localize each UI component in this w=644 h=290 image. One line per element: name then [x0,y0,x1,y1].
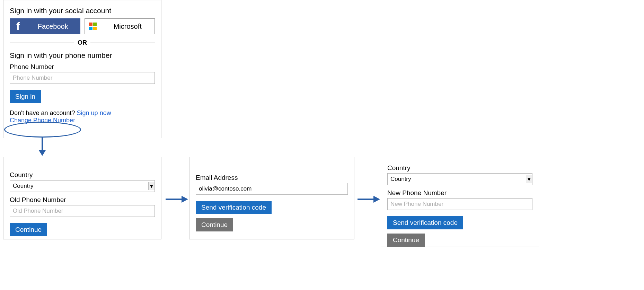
or-text: OR [78,39,87,46]
facebook-button[interactable]: f Facebook [10,18,80,34]
new-phone-input[interactable] [387,198,532,210]
or-divider: OR [10,39,155,46]
send-code-button[interactable]: Send verification code [196,201,272,214]
email-input[interactable] [196,183,348,195]
svg-marker-5 [373,196,380,203]
country-label: Country [10,171,155,179]
old-phone-label: Old Phone Number [10,196,155,204]
country-select[interactable]: Country ▾ [10,180,155,192]
phone-input[interactable] [10,72,155,84]
chevron-down-icon: ▾ [526,175,532,183]
social-heading: Sign in with your social account [10,7,155,15]
signin-panel: Sign in with your social account f Faceb… [3,0,161,138]
svg-marker-3 [182,196,188,203]
email-label: Email Address [196,174,348,182]
old-phone-input[interactable] [10,205,155,217]
continue-button-disabled[interactable]: Continue [387,234,425,247]
country-value: Country [390,176,411,183]
send-code-button[interactable]: Send verification code [387,216,463,229]
signup-row: Don't have an account? Sign up now [10,109,155,117]
new-phone-label: New Phone Number [387,189,532,197]
microsoft-icon [85,23,101,30]
continue-button[interactable]: Continue [10,223,47,236]
svg-marker-1 [38,150,46,156]
country-select[interactable]: Country ▾ [387,173,532,185]
no-account-text: Don't have an account? [10,109,77,116]
country-label: Country [387,164,532,172]
arrow-right-icon [358,194,380,204]
phone-heading: Sign in with your phone number [10,51,155,60]
old-phone-panel: Country Country ▾ Old Phone Number Conti… [3,157,161,239]
email-verify-panel: Email Address Send verification code Con… [189,157,354,239]
new-phone-panel: Country Country ▾ New Phone Number Send … [381,157,539,246]
signup-link[interactable]: Sign up now [77,109,111,116]
arrow-down-icon [37,137,47,156]
country-value: Country [13,183,34,190]
microsoft-button[interactable]: Microsoft [85,18,155,34]
arrow-right-icon [166,194,188,204]
change-phone-link[interactable]: Change Phone Number [10,117,75,124]
signin-button[interactable]: Sign in [10,90,41,103]
phone-label: Phone Number [10,63,155,71]
facebook-label: Facebook [26,23,80,30]
facebook-icon: f [10,20,26,32]
chevron-down-icon: ▾ [148,182,155,190]
continue-button-disabled[interactable]: Continue [196,218,233,231]
microsoft-label: Microsoft [101,23,155,30]
